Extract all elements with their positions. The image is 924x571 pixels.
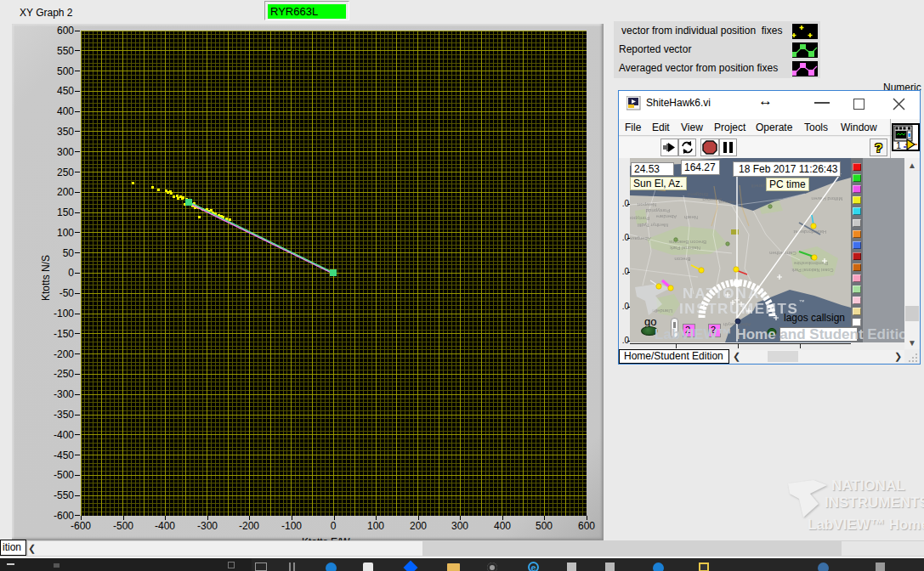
- svg-text:Abergavenny: Abergavenny: [630, 236, 651, 241]
- svg-text:Pembrokeshire: Pembrokeshire: [793, 261, 828, 266]
- svg-text:Aberdare: Aberdare: [655, 214, 677, 219]
- svg-text:Pontypool: Pontypool: [630, 216, 649, 221]
- svg-text:Newport: Newport: [637, 202, 656, 207]
- svg-text:™: ™: [799, 299, 805, 305]
- svg-text:Coast National Park: Coast National Park: [791, 268, 833, 273]
- svg-text:Pontypridd: Pontypridd: [646, 208, 671, 213]
- svg-text:Llanelli: Llanelli: [751, 184, 768, 189]
- svg-text:Milford Haven: Milford Haven: [811, 196, 842, 201]
- svg-text:Bridgend: Bridgend: [688, 192, 708, 197]
- svg-text:1: 1: [896, 140, 901, 150]
- svg-text:Merthyr Tydfil: Merthyr Tydfil: [638, 223, 668, 228]
- svg-text:Neath: Neath: [684, 215, 698, 220]
- svg-text:Brecon: Brecon: [674, 257, 690, 262]
- svg-text:National Park: National Park: [669, 246, 700, 251]
